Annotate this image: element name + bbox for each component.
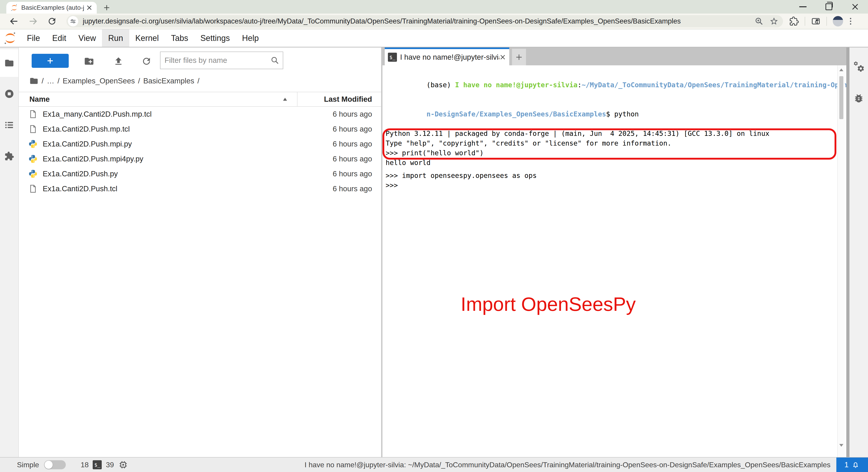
scroll-up-icon[interactable] <box>839 68 844 72</box>
file-row[interactable]: Ex1a.Canti2D.Push.mpi4py.py 6 hours ago <box>19 152 381 166</box>
file-modified: 6 hours ago <box>333 125 381 133</box>
menu-kernel[interactable]: Kernel <box>129 29 165 47</box>
new-folder-button[interactable] <box>84 56 94 66</box>
new-launcher-button[interactable] <box>32 54 69 68</box>
terminal-tabbar: $_ I have no name!@jupyter-silvia <box>382 48 846 65</box>
browser-tabstrip: BasicExamples (auto-j) - Jupyte <box>0 0 868 13</box>
sidebar-item-toc[interactable] <box>0 111 18 139</box>
breadcrumb-ellipsis[interactable]: … <box>47 76 54 85</box>
site-info-icon[interactable] <box>68 16 78 27</box>
plus-icon <box>515 53 523 61</box>
tab-close-icon[interactable] <box>86 4 93 11</box>
python-file-icon <box>28 139 38 149</box>
upload-button[interactable] <box>113 56 124 66</box>
browser-tab[interactable]: BasicExamples (auto-j) - Jupyte <box>6 2 97 13</box>
terminal-tab[interactable]: $_ I have no name!@jupyter-silvia <box>385 48 509 65</box>
terminal-scrollbar[interactable] <box>837 65 845 457</box>
breadcrumb-segment[interactable]: BasicExamples <box>143 76 194 85</box>
status-bar: Simple 18 $_ 39 I have no name!@jupyter-… <box>0 457 868 472</box>
browser-tab-title: BasicExamples (auto-j) - Jupyte <box>21 4 84 11</box>
tab-close-icon[interactable] <box>499 54 506 61</box>
profile-avatar[interactable] <box>833 16 843 27</box>
file-row[interactable]: Ex1a.Canti2D.Push.py 6 hours ago <box>19 166 381 181</box>
refresh-button[interactable] <box>141 56 152 66</box>
jupyter-logo <box>3 31 18 46</box>
puzzle-icon <box>4 151 14 161</box>
kernel-chip-icon[interactable] <box>119 460 128 470</box>
sidebar-item-extensions[interactable] <box>0 143 18 170</box>
terminal-icon: $_ <box>93 460 102 469</box>
kernels-count[interactable]: 39 <box>106 461 114 469</box>
terminals-count[interactable]: 18 <box>81 461 89 469</box>
forward-button[interactable] <box>28 16 38 26</box>
simple-mode-label: Simple <box>17 461 39 469</box>
column-header-name[interactable]: Name <box>29 95 282 103</box>
window-close-button[interactable] <box>851 3 859 11</box>
sidebar-item-property-inspector[interactable] <box>849 54 868 79</box>
menu-file[interactable]: File <box>21 29 46 47</box>
sidebar-item-debugger[interactable] <box>849 86 868 111</box>
menu-run[interactable]: Run <box>102 29 129 47</box>
notifications-button[interactable]: 1 <box>836 458 868 472</box>
scroll-down-icon[interactable] <box>839 443 844 447</box>
file-icon <box>28 184 38 193</box>
terminal-line: hello world <box>385 158 845 167</box>
toggle-knob <box>44 461 53 469</box>
window-minimize-button[interactable] <box>799 6 807 7</box>
menu-help[interactable]: Help <box>236 29 265 47</box>
column-header-modified[interactable]: Last Modified <box>298 95 381 103</box>
url-text[interactable]: jupyter.designsafe-ci.org/user/silvia/la… <box>83 17 749 25</box>
toolbar-right-group <box>789 16 852 27</box>
file-name: Ex1a_many.Canti2D.Push.mp.tcl <box>43 110 333 119</box>
jupyterlab-menubar: File Edit View Run Kernel Tabs Settings … <box>0 29 868 48</box>
file-row[interactable]: Ex1a.Canti2D.Push.tcl 6 hours ago <box>19 181 381 196</box>
file-row[interactable]: Ex1a.Canti2D.Push.mp.tcl 6 hours ago <box>19 122 381 136</box>
toolbar-divider <box>805 17 805 26</box>
file-icon <box>28 109 38 119</box>
file-modified: 6 hours ago <box>333 110 381 119</box>
browser-toolbar: jupyter.designsafe-ci.org/user/silvia/la… <box>0 13 868 29</box>
sidebar-item-running[interactable] <box>0 80 18 107</box>
window-restore-button[interactable] <box>826 3 832 10</box>
terminal-session-path: I have no name!@jupyter-silvia: ~/MyData… <box>305 461 831 469</box>
file-list-header[interactable]: Name Last Modified <box>19 92 381 107</box>
terminal-output[interactable]: (base) I have no name!@jupyter-silvia:~/… <box>382 65 845 457</box>
bookmark-star-icon[interactable] <box>770 17 778 26</box>
file-modified: 6 hours ago <box>333 169 381 178</box>
list-icon <box>4 120 14 130</box>
file-browser-toolbar <box>19 52 381 74</box>
new-view-tab-button[interactable] <box>512 49 526 65</box>
browser-menu-icon[interactable] <box>849 17 852 26</box>
reload-button[interactable] <box>47 16 57 26</box>
bell-icon <box>851 461 860 469</box>
file-name: Ex1a.Canti2D.Push.tcl <box>43 185 333 193</box>
file-row[interactable]: Ex1a.Canti2D.Push.mpi.py 6 hours ago <box>19 136 381 152</box>
terminal-line: Python 3.12.11 | packaged by conda-forge… <box>385 129 845 138</box>
menu-tabs[interactable]: Tabs <box>165 29 194 47</box>
home-folder-icon[interactable] <box>29 76 38 86</box>
folder-icon <box>4 58 14 68</box>
menu-settings[interactable]: Settings <box>194 29 236 47</box>
new-tab-button[interactable] <box>102 3 111 12</box>
breadcrumb-segment[interactable]: Examples_OpenSees <box>63 76 135 85</box>
scrollbar-thumb[interactable] <box>839 76 843 119</box>
simple-mode-toggle[interactable] <box>44 460 66 469</box>
zoom-icon[interactable] <box>754 17 764 26</box>
panel-divider[interactable] <box>846 48 849 457</box>
plus-icon <box>46 56 55 65</box>
menu-view[interactable]: View <box>72 29 102 47</box>
terminal-line: >>> print("hello world") <box>385 148 845 158</box>
menu-edit[interactable]: Edit <box>46 29 72 47</box>
notification-count: 1 <box>844 461 848 469</box>
url-bar[interactable]: jupyter.designsafe-ci.org/user/silvia/la… <box>66 15 783 27</box>
file-list: Ex1a_many.Canti2D.Push.mp.tcl 6 hours ag… <box>19 107 381 196</box>
sidebar-item-file-browser[interactable] <box>0 49 18 77</box>
terminal-icon: $_ <box>388 53 397 62</box>
file-name: Ex1a.Canti2D.Push.py <box>43 169 333 178</box>
back-button[interactable] <box>9 16 19 26</box>
extensions-icon[interactable] <box>789 17 799 26</box>
file-row[interactable]: Ex1a_many.Canti2D.Push.mp.tcl 6 hours ag… <box>19 107 381 122</box>
search-tabs-icon[interactable] <box>811 17 820 26</box>
filter-files-input[interactable] <box>164 56 271 65</box>
gears-icon <box>853 61 865 72</box>
